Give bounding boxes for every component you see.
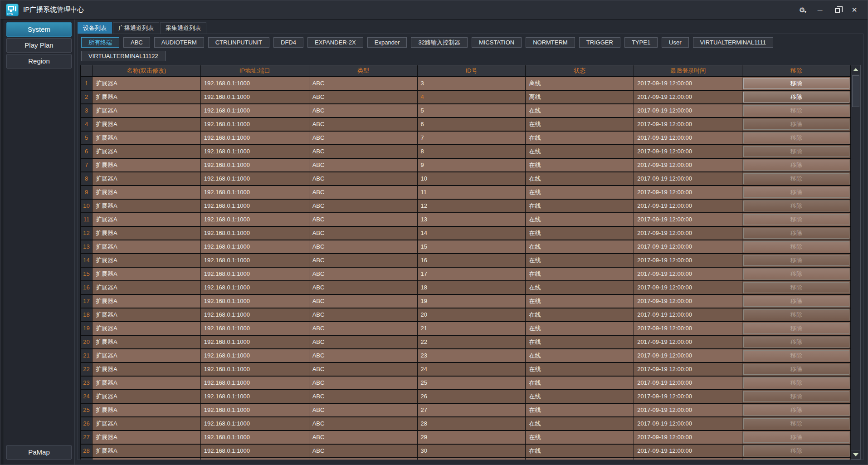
- monitor-icon: [8, 6, 14, 10]
- last-login-cell: 2017-09-19 12:00:00: [634, 104, 742, 118]
- row-number-cell: 28: [81, 445, 93, 458]
- device-name-cell[interactable]: 扩展器A: [93, 417, 201, 431]
- device-name-cell[interactable]: 扩展器A: [93, 431, 201, 445]
- row-number-cell: 14: [81, 254, 93, 268]
- filter-button-user[interactable]: User: [662, 37, 688, 48]
- filter-button-audioterm[interactable]: AUDIOTERM: [154, 37, 204, 48]
- row-number-cell: 5: [81, 132, 93, 145]
- device-name-cell[interactable]: 扩展器A: [93, 186, 201, 200]
- device-name-cell[interactable]: 扩展器A: [93, 213, 201, 227]
- device-name-cell[interactable]: 扩展器A: [93, 240, 201, 254]
- header-cell-状态[interactable]: 状态: [526, 65, 634, 77]
- device-id-cell: 28: [418, 417, 526, 431]
- maximize-button[interactable]: [830, 4, 844, 16]
- filter-button-所有终端[interactable]: 所有终端: [81, 37, 119, 48]
- status-cell: 在线: [526, 227, 634, 240]
- device-name-cell[interactable]: 扩展器A: [93, 254, 201, 268]
- remove-button: 移除: [743, 269, 849, 279]
- remove-button[interactable]: 移除: [743, 92, 849, 103]
- device-name-cell[interactable]: 扩展器A: [93, 377, 201, 390]
- remove-button[interactable]: 移除: [743, 78, 849, 89]
- filter-button-abc[interactable]: ABC: [123, 37, 150, 48]
- device-name-cell[interactable]: 扩展器A: [93, 145, 201, 159]
- table-row: 17扩展器A192.168.0.1:1000ABC19在线2017-09-19 …: [81, 295, 851, 308]
- row-number-cell: 13: [81, 240, 93, 254]
- header-cell-id号[interactable]: ID号: [418, 65, 526, 77]
- remove-cell: 移除: [742, 240, 851, 254]
- device-name-cell[interactable]: 扩展器A: [93, 445, 201, 458]
- last-login-cell: 2017-09-19 12:00:00: [634, 295, 742, 308]
- filter-button-type1[interactable]: TYPE1: [624, 37, 658, 48]
- remove-button: 移除: [743, 418, 849, 429]
- device-name-cell[interactable]: 扩展器A: [93, 308, 201, 322]
- remove-cell: 移除: [742, 417, 851, 431]
- scrollbar-track[interactable]: [851, 108, 860, 450]
- device-name-cell[interactable]: 扩展器A: [93, 172, 201, 186]
- device-name-cell[interactable]: 扩展器A: [93, 118, 201, 132]
- row-number-cell: 16: [81, 281, 93, 295]
- remove-button: 移除: [743, 323, 849, 334]
- filter-button-virtualterminal11122[interactable]: VIRTUALTERMINAL11122: [81, 51, 166, 61]
- device-name-cell[interactable]: 扩展器A: [93, 227, 201, 240]
- remove-button: 移除: [743, 445, 849, 456]
- tab-device-list[interactable]: 设备列表: [78, 22, 112, 34]
- minimize-button[interactable]: ─: [813, 4, 827, 16]
- header-cell-名称-双击修改-[interactable]: 名称(双击修改): [93, 65, 201, 77]
- filter-button-expander-2x[interactable]: EXPANDER-2X: [307, 37, 363, 48]
- header-cell-移除[interactable]: 移除: [742, 65, 851, 77]
- device-name-cell[interactable]: 扩展器A: [93, 363, 201, 377]
- scroll-up-button[interactable]: [851, 65, 860, 74]
- device-name-cell[interactable]: 扩展器A: [93, 91, 201, 104]
- device-name-cell[interactable]: 扩展器A: [93, 322, 201, 336]
- status-cell: 在线: [526, 132, 634, 145]
- table-row: 1扩展器A192.168.0.1:1000ABC3离线2017-09-19 12…: [81, 77, 851, 91]
- tab-broadcast-channel-list[interactable]: 广播通道列表: [113, 22, 159, 34]
- scroll-down-icon: [853, 453, 858, 456]
- filter-button-trigger[interactable]: TRIGGER: [579, 37, 620, 48]
- device-name-cell[interactable]: [93, 458, 201, 460]
- sidebar-item-pamap[interactable]: PaMap: [6, 445, 72, 460]
- filter-button-ctrlinputunit[interactable]: CTRLINPUTUNIT: [208, 37, 269, 48]
- device-name-cell[interactable]: 扩展器A: [93, 132, 201, 145]
- row-number-cell: 3: [81, 104, 93, 118]
- tab-collect-channel-list[interactable]: 采集通道列表: [160, 22, 206, 34]
- filter-button-32路输入控制器[interactable]: 32路输入控制器: [411, 37, 467, 48]
- device-name-cell[interactable]: 扩展器A: [93, 404, 201, 417]
- device-name-cell[interactable]: 扩展器A: [93, 104, 201, 118]
- device-name-cell[interactable]: 扩展器A: [93, 390, 201, 404]
- scroll-down-button[interactable]: [851, 450, 860, 459]
- filter-button-expander[interactable]: Expander: [367, 37, 407, 48]
- device-name-cell[interactable]: 扩展器A: [93, 268, 201, 281]
- device-name-cell[interactable]: 扩展器A: [93, 336, 201, 349]
- filter-button-normterm[interactable]: NORMTERM: [526, 37, 575, 48]
- last-login-cell: 2017-09-19 12:00:00: [634, 417, 742, 431]
- header-cell-ip地址-端口[interactable]: IP地址:端口: [201, 65, 309, 77]
- device-name-cell[interactable]: 扩展器A: [93, 281, 201, 295]
- header-cell-最后登录时间[interactable]: 最后登录时间: [634, 65, 742, 77]
- scrollbar-thumb[interactable]: [852, 75, 859, 107]
- device-name-cell[interactable]: 扩展器A: [93, 77, 201, 91]
- sidebar-item-system[interactable]: System: [6, 22, 72, 37]
- device-name-cell[interactable]: 扩展器A: [93, 159, 201, 172]
- settings-gear-icon[interactable]: ⚙▾: [796, 4, 809, 16]
- filter-button-micstation[interactable]: MICSTATION: [472, 37, 522, 48]
- table-body: 1扩展器A192.168.0.1:1000ABC3离线2017-09-19 12…: [81, 77, 851, 460]
- device-type-cell: ABC: [309, 431, 418, 445]
- device-name-cell[interactable]: 扩展器A: [93, 200, 201, 213]
- device-type-cell: ABC: [309, 104, 418, 118]
- close-button[interactable]: ✕: [848, 4, 861, 16]
- remove-button: 移除: [743, 105, 849, 116]
- sidebar-item-region[interactable]: Region: [6, 54, 72, 69]
- table-row: 20扩展器A192.168.0.1:1000ABC22在线2017-09-19 …: [81, 336, 851, 349]
- remove-button: 移除: [743, 350, 849, 361]
- sidebar-item-play-plan[interactable]: Play Plan: [6, 38, 72, 53]
- device-name-cell[interactable]: 扩展器A: [93, 295, 201, 308]
- remove-cell: 移除: [742, 213, 851, 227]
- device-name-cell[interactable]: 扩展器A: [93, 349, 201, 363]
- header-cell-类型[interactable]: 类型: [309, 65, 418, 77]
- filter-button-dfd4[interactable]: DFD4: [273, 37, 303, 48]
- device-type-cell: ABC: [309, 132, 418, 145]
- vertical-scrollbar[interactable]: [851, 65, 861, 460]
- filter-button-virtualterminal1111[interactable]: VIRTUALTERMINAL1111: [693, 37, 773, 48]
- ip-port-cell: 192.168.0.1:1000: [201, 431, 309, 445]
